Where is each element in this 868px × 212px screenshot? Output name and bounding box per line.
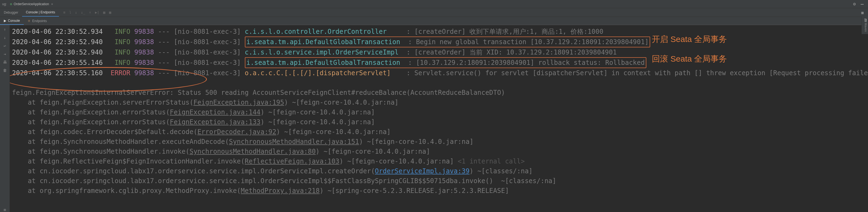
stack-frame: at feign.FeignException.errorStatus(Feig… bbox=[12, 117, 866, 127]
source-link[interactable]: ReflectiveFeign.java:103 bbox=[245, 157, 340, 165]
source-link[interactable]: SynchronousMethodHandler.java:151 bbox=[229, 138, 359, 145]
subtab-endpoints-label: Endpoints bbox=[32, 19, 47, 23]
minimize-icon[interactable]: — bbox=[861, 1, 864, 7]
stack-frame: at feign.codec.ErrorDecoder$Default.deco… bbox=[12, 127, 866, 137]
subtab-console[interactable]: ▶ Console bbox=[0, 17, 24, 25]
layout-icon[interactable]: ▦ bbox=[862, 10, 864, 15]
log-line: 2020-04-06 22:30:55.146 INFO 99838 --- [… bbox=[12, 57, 866, 68]
stack-frame: at feign.ReflectiveFeign$FeignInvocation… bbox=[12, 156, 866, 166]
soft-wrap-icon[interactable]: ↩ bbox=[4, 44, 6, 48]
log-line: 2020-04-06 22:30:52.940 INFO 99838 --- [… bbox=[12, 47, 866, 57]
gear-icon[interactable]: ⚙ bbox=[853, 1, 856, 6]
scroll-to-end-icon[interactable]: ⇥ bbox=[4, 52, 6, 56]
stack-frame: at feign.SynchronousMethodHandler.invoke… bbox=[12, 147, 866, 156]
scroll-down-icon[interactable]: ↓ bbox=[4, 35, 6, 40]
subtab-endpoints[interactable]: ⚛ Endpoints bbox=[24, 17, 51, 25]
expand-icon[interactable]: ⊞ bbox=[4, 208, 6, 212]
source-link[interactable]: FeignException.java:133 bbox=[170, 118, 260, 126]
toolbar-icons: ≡ ⤵ ↓ ↓̲ ↑ ▶| ▦ ▦ bbox=[63, 10, 111, 14]
more-icon[interactable]: ▦ bbox=[109, 10, 112, 14]
source-link[interactable]: SynchronousMethodHandler.java:80 bbox=[189, 148, 315, 155]
maven-panel-tab[interactable]: m Maven bbox=[862, 16, 868, 34]
stack-frame: at feign.FeignException.serverErrorStatu… bbox=[12, 98, 866, 107]
source-link[interactable]: FeignException.java:144 bbox=[170, 108, 260, 116]
stack-frame: at feign.SynchronousMethodHandler.execut… bbox=[12, 137, 866, 147]
stack-frame: at cn.iocoder.springcloud.labx17.orderse… bbox=[12, 176, 866, 186]
subtab-console-label: Console bbox=[8, 19, 20, 23]
annotation-rollback-tx: 回滚 Seata 全局事务 bbox=[652, 54, 727, 64]
sub-tabs: ▶ Console ⚛ Endpoints bbox=[0, 17, 868, 25]
print-icon[interactable]: 🖶 bbox=[3, 60, 7, 64]
console-gutter: ↑ ↓ ↩ ⇥ 🖶 🗑 ⊞ bbox=[0, 25, 10, 212]
close-icon[interactable]: × bbox=[51, 2, 53, 6]
title-bar: ug: ⚙ OrderServiceApplication × ⚙ — bbox=[0, 0, 868, 8]
app-tab-title[interactable]: OrderServiceApplication bbox=[14, 2, 49, 6]
tab-console-endpoints[interactable]: Console | Endpoints bbox=[22, 8, 59, 16]
scroll-up-icon[interactable]: ↑ bbox=[4, 27, 6, 32]
log-line: 2020-04-06 22:30:52.940 INFO 99838 --- [… bbox=[12, 37, 866, 47]
endpoints-icon: ⚛ bbox=[28, 19, 31, 23]
source-link[interactable]: ErrorDecoder.java:92 bbox=[197, 128, 276, 136]
clear-icon[interactable]: 🗑 bbox=[3, 68, 7, 72]
tab-debugger[interactable]: Debugger bbox=[0, 8, 22, 16]
log-line: 2020-04-06 22:30:52.934 INFO 99838 --- [… bbox=[12, 27, 866, 37]
source-link[interactable]: MethodProxy.java:218 bbox=[241, 187, 320, 195]
maven-icon: m bbox=[864, 19, 868, 22]
exception-header: feign.FeignException$InternalServerError… bbox=[12, 88, 866, 98]
annotation-open-tx: 开启 Seata 全局事务 bbox=[652, 34, 727, 44]
stack-frame: at cn.iocoder.springcloud.labx17.orderse… bbox=[12, 166, 866, 176]
stack-frame: at feign.FeignException.errorStatus(Feig… bbox=[12, 107, 866, 117]
console-icon: ▶ bbox=[4, 19, 6, 23]
ug-label: ug: bbox=[2, 2, 7, 6]
filter-icon[interactable]: ≡ bbox=[63, 10, 65, 14]
step-into-icon[interactable]: ↓ bbox=[75, 10, 77, 14]
maven-label: Maven bbox=[864, 23, 867, 32]
run-icon: ⚙ bbox=[10, 2, 12, 6]
source-link[interactable]: FeignException.java:195 bbox=[193, 99, 284, 106]
main-tabs: Debugger Console | Endpoints ≡ ⤵ ↓ ↓̲ ↑ … bbox=[0, 8, 868, 17]
stack-frame: at org.springframework.cglib.proxy.Metho… bbox=[12, 186, 866, 196]
log-line: 2020-04-06 22:30:55.160 ERROR 99838 --- … bbox=[12, 68, 866, 78]
force-step-icon[interactable]: ↓̲ bbox=[81, 10, 86, 14]
step-over-icon[interactable]: ⤵ bbox=[69, 10, 71, 14]
step-out-icon[interactable]: ↑ bbox=[89, 10, 91, 14]
source-link[interactable]: OrderServiceImpl.java:39 bbox=[375, 167, 469, 175]
run-to-cursor-icon[interactable]: ▶| bbox=[95, 10, 99, 14]
console-output[interactable]: 2020-04-06 22:30:52.934 INFO 99838 --- [… bbox=[10, 25, 868, 212]
evaluate-icon[interactable]: ▦ bbox=[103, 10, 105, 14]
